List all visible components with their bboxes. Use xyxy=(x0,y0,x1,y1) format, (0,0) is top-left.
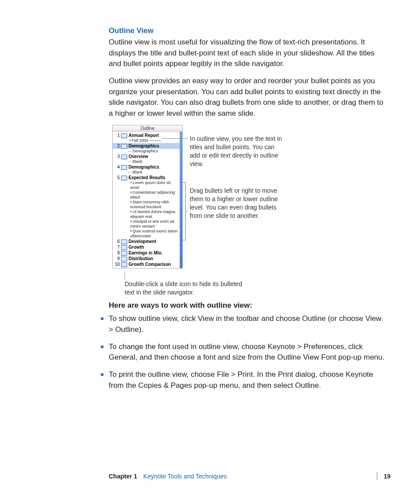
slide-icon[interactable] xyxy=(121,262,127,267)
slide-title[interactable]: Earnings in Mio. xyxy=(129,250,165,256)
slide-icon[interactable] xyxy=(121,245,127,250)
slide-title[interactable]: Annual Report xyxy=(129,132,162,138)
chapter-label: Chapter 1 xyxy=(109,473,137,480)
slide-number: 5 xyxy=(114,175,120,180)
list-item: To print the outline view, choose File >… xyxy=(103,369,386,397)
slide-number: 4 xyxy=(114,164,120,170)
slide-sub-bullet[interactable]: Fall 2004 ——— xyxy=(113,138,182,143)
slide-title[interactable]: Demographics xyxy=(129,143,162,149)
outline-slide-row[interactable]: 1Annual Report xyxy=(113,132,182,138)
slide-icon[interactable] xyxy=(121,155,127,159)
outline-slide-row[interactable]: 5Expected Results xyxy=(113,175,182,180)
slide-bullet[interactable]: Quis nostrud exerci tation ullamcorper xyxy=(130,229,179,239)
outline-slide-row[interactable]: 10Growth Comparison xyxy=(113,261,182,267)
section-heading: Outline View xyxy=(109,26,386,35)
outline-panel-header: Outline xyxy=(113,125,182,132)
slide-bullet[interactable]: Consectetuer adipiscing elited xyxy=(130,190,179,200)
list-item: To change the font used in outline view,… xyxy=(103,342,386,369)
slide-title[interactable]: Overview xyxy=(129,154,151,159)
slide-sub-bullet[interactable]: Demographics xyxy=(113,149,182,154)
slide-bullet-group: Lorem ipsum dolor sit ametConsectetuer a… xyxy=(113,180,182,239)
leader-line xyxy=(125,271,125,280)
outline-slide-row[interactable]: 9Distribution xyxy=(113,256,182,261)
slide-bullet[interactable]: Ut laoreet dolore magna aliquam erat xyxy=(130,210,179,219)
list-item: To show outline view, click View in the … xyxy=(103,313,386,341)
figure-outline-panel: Outline 1Annual ReportFall 2004 ———2Demo… xyxy=(109,125,386,292)
slide-sub-bullet[interactable]: Blank xyxy=(113,159,182,164)
slide-sub-bullet[interactable]: Blank xyxy=(113,170,182,175)
slide-number: 6 xyxy=(114,239,120,244)
callout-text: Drag bullets left or right to move them … xyxy=(190,187,282,220)
slide-icon[interactable] xyxy=(121,251,127,256)
slide-icon[interactable] xyxy=(121,165,127,170)
slide-number: 10 xyxy=(114,261,120,267)
outline-slide-row[interactable]: 6Development xyxy=(113,239,182,244)
slide-icon[interactable] xyxy=(121,239,127,244)
slide-bullet[interactable]: Lorem ipsum dolor sit amet xyxy=(130,180,179,190)
slide-bullet[interactable]: Volutpat ut wisi enim ad minim veniam xyxy=(130,219,179,229)
outline-slide-row[interactable]: 3Overview xyxy=(113,154,182,159)
slide-title[interactable]: Growth xyxy=(129,244,147,250)
slide-bullet[interactable]: Diam nonummy nibh euismod tincidunt xyxy=(130,200,179,210)
chapter-title: Keynote Tools and Techniques xyxy=(144,473,227,480)
leader-line xyxy=(162,138,188,139)
page-number: 19 xyxy=(383,473,391,480)
slide-icon[interactable] xyxy=(121,133,127,138)
outline-panel: Outline 1Annual ReportFall 2004 ———2Demo… xyxy=(112,125,183,269)
leader-line xyxy=(185,211,188,211)
slide-title[interactable]: Distribution xyxy=(129,256,156,261)
outline-slide-row[interactable]: 8Earnings in Mio. xyxy=(113,250,182,256)
slide-title[interactable]: Expected Results xyxy=(129,175,168,180)
callout-bracket xyxy=(183,182,186,240)
ways-list: To show outline view, click View in the … xyxy=(109,313,386,397)
slide-title[interactable]: Demographics xyxy=(129,164,162,170)
ways-heading: Here are ways to work with outline view: xyxy=(109,301,386,310)
callout-text: In outline view, you see the text in tit… xyxy=(190,135,282,168)
callout-text: Double-click a slide icon to hide its bu… xyxy=(125,280,248,297)
slide-icon[interactable] xyxy=(121,144,127,149)
outline-slide-row[interactable]: 7Growth xyxy=(113,244,182,250)
slide-title[interactable]: Development xyxy=(129,239,159,244)
body-paragraph: Outline view is most useful for visualiz… xyxy=(109,37,386,70)
slide-icon[interactable] xyxy=(121,257,127,261)
outline-slide-row[interactable]: 2Demographics xyxy=(113,143,182,149)
slide-number: 8 xyxy=(114,250,120,256)
footer-divider xyxy=(377,472,377,480)
body-paragraph: Outline view provides an easy way to ord… xyxy=(109,76,386,119)
page-footer: Chapter 1 Keynote Tools and Techniques 1… xyxy=(109,472,391,480)
slide-number: 3 xyxy=(114,154,120,159)
slide-number: 9 xyxy=(114,256,120,261)
outline-slide-row[interactable]: 4Demographics xyxy=(113,164,182,170)
slide-number: 2 xyxy=(114,143,120,149)
slide-title[interactable]: Growth Comparison xyxy=(129,261,173,267)
slide-number: 7 xyxy=(114,244,120,250)
outline-panel-body: 1Annual ReportFall 2004 ———2Demographics… xyxy=(113,132,182,268)
slide-number: 1 xyxy=(114,132,120,138)
slide-icon[interactable] xyxy=(121,176,127,180)
